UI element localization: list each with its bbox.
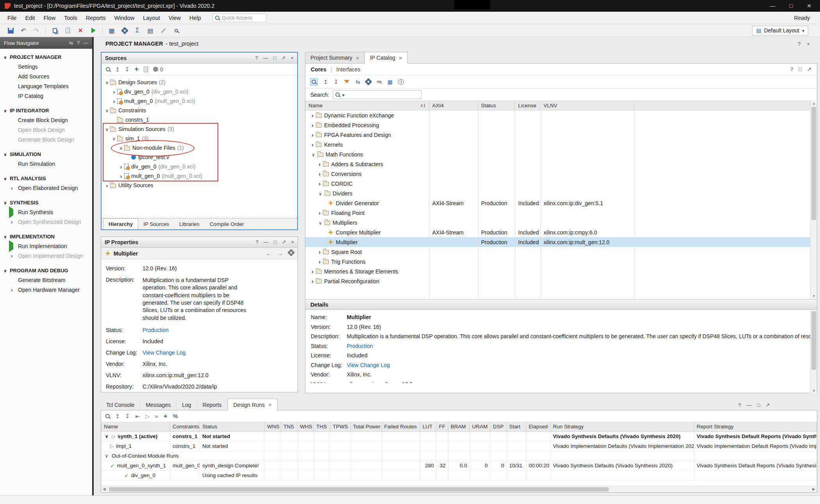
menu-flow[interactable]: Flow	[39, 13, 60, 23]
catalog-row[interactable]: Multipliers	[305, 218, 817, 227]
menu-tools[interactable]: Tools	[60, 13, 82, 23]
catalog-row[interactable]: CORDIC	[305, 179, 817, 188]
help-icon[interactable]: ?	[738, 402, 741, 408]
menu-reports[interactable]: Reports	[82, 13, 110, 23]
launch-runs-icon[interactable]: ▷	[145, 413, 150, 419]
debug-probe-icon[interactable]	[171, 26, 181, 35]
field-value-status[interactable]: Production	[143, 327, 169, 333]
flow-item-run-implementation[interactable]: Run Implementation	[0, 241, 92, 251]
expander-icon[interactable]	[312, 278, 314, 284]
help-icon[interactable]: ?	[255, 239, 258, 245]
run-row-div-gen[interactable]: div_gen_0 Using cached IP results	[102, 470, 817, 480]
flow-item-generate-bitstream[interactable]: Generate Bitstream	[0, 275, 92, 285]
vertical-scrollbar[interactable]: ▲ ▼	[810, 101, 817, 299]
tree-item-ipcore-test-v[interactable]: ipcore_test.v	[102, 153, 297, 162]
catalog-row[interactable]: Trig Functions	[305, 257, 817, 266]
column-name[interactable]: Name∧1	[305, 101, 429, 110]
flow-item-open-implemented-design[interactable]: Open Implemented Design	[0, 251, 92, 261]
column-failed-routes[interactable]: Failed Routes	[382, 422, 420, 431]
flow-item-open-elaborated-design[interactable]: Open Elaborated Design	[0, 183, 92, 193]
tree-item-sim-1[interactable]: sim_1(3)	[102, 134, 297, 143]
tree-item-design-sources[interactable]: Design Sources(2)	[102, 78, 297, 87]
catalog-search-input[interactable]	[333, 90, 422, 99]
reorder-icon[interactable]: ⇆	[355, 79, 360, 85]
toggle-percent-icon[interactable]: %	[173, 413, 178, 419]
subtab-interfaces[interactable]: Interfaces	[336, 66, 360, 73]
column-run-strategy[interactable]: Run Strategy	[551, 422, 694, 431]
tab-libraries[interactable]: Libraries	[174, 218, 205, 229]
tree-item-div-gen[interactable]: div_gen_0(div_gen_0.xci)	[102, 87, 297, 96]
tree-item-simulation-sources[interactable]: Simulation Sources(3)	[102, 124, 297, 134]
section-header-simulation[interactable]: SIMULATION	[0, 150, 92, 159]
expand-all-icon[interactable]: ↧	[125, 413, 130, 419]
view-change-log-link[interactable]: View Change Log	[143, 350, 185, 356]
horizontal-scrollbar[interactable]: ◀ ▶	[101, 486, 817, 492]
edit-pencil-icon[interactable]	[158, 26, 168, 35]
help-icon[interactable]: ?	[790, 66, 793, 72]
subtab-cores[interactable]: Cores	[311, 66, 326, 73]
expander-icon[interactable]	[118, 145, 124, 151]
save-icon[interactable]	[5, 26, 16, 35]
help-icon[interactable]: ?	[798, 41, 800, 47]
flow-item-open-synthesized-design[interactable]: Open Synthesized Design	[0, 217, 92, 227]
expander-icon[interactable]	[111, 135, 117, 142]
run-row-mult-gen-synth[interactable]: mult_gen_0_synth_1 mult_gen_0 synth_desi…	[102, 461, 817, 470]
catalog-row[interactable]: Embedded Processing	[305, 120, 817, 130]
tab-compile-order[interactable]: Compile Order	[205, 218, 249, 229]
column-status[interactable]: Status	[200, 422, 265, 431]
gear-icon[interactable]	[289, 250, 294, 255]
close-panel-icon[interactable]: ×	[291, 55, 294, 61]
section-header-synthesis[interactable]: SYNTHESIS	[0, 198, 92, 207]
flow-item-settings[interactable]: Settings	[0, 62, 92, 71]
collapse-all-icon[interactable]: ↥	[115, 413, 120, 419]
redo-icon[interactable]: ↷	[31, 26, 41, 35]
customize-icon[interactable]	[366, 79, 371, 84]
expander-icon[interactable]	[111, 89, 117, 95]
flow-item-generate-block-design[interactable]: Generate Block Design	[0, 135, 92, 144]
layout-grid-icon[interactable]: ▤	[145, 26, 155, 35]
section-header-program-and-debug[interactable]: PROGRAM AND DEBUG	[0, 266, 92, 275]
flow-item-create-block-design[interactable]: Create Block Design	[0, 115, 92, 125]
menu-view[interactable]: View	[164, 13, 185, 23]
expand-all-icon[interactable]: ↧	[334, 79, 339, 85]
close-tab-icon[interactable]	[268, 401, 272, 408]
help-icon[interactable]: ?	[255, 55, 258, 61]
cancel-icon[interactable]: ×	[75, 26, 86, 35]
expander-icon[interactable]	[319, 209, 321, 216]
expander-icon[interactable]	[312, 112, 314, 119]
details-scrollbar[interactable]: ▼	[810, 310, 817, 394]
swap-icon[interactable]: ⇆	[69, 40, 73, 46]
float-panel-icon[interactable]: ↗	[766, 402, 770, 408]
run-group-out-of-context[interactable]: Out-of-Context Module Runs	[102, 451, 817, 461]
layout-selector[interactable]: ▤ Default Layout	[752, 26, 808, 35]
column-whs[interactable]: WHS	[298, 422, 314, 431]
menu-layout[interactable]: Layout	[139, 13, 164, 23]
undo-icon[interactable]: ↶	[18, 26, 29, 35]
expander-icon[interactable]	[312, 131, 314, 138]
column-status[interactable]: Status	[478, 101, 515, 110]
minimize-button[interactable]: —	[770, 3, 775, 9]
column-constraints[interactable]: Constraints	[170, 422, 200, 431]
add-sources-icon[interactable]: +	[134, 65, 139, 73]
maximize-panel-icon[interactable]: □	[799, 66, 802, 72]
tree-item-sim-mult-gen[interactable]: mult_gen_0(mult_gen_0.xci)	[102, 171, 297, 181]
float-panel-icon[interactable]: ↗	[282, 239, 286, 245]
expander-icon[interactable]	[104, 79, 110, 85]
maximize-panel-icon[interactable]: □	[273, 55, 276, 61]
catalog-row[interactable]: Floating Point	[305, 208, 817, 218]
tree-item-mult-gen[interactable]: mult_gen_0(mult_gen_0.xci)	[102, 96, 297, 106]
skip-ahead-icon[interactable]: »	[155, 413, 158, 419]
expander-icon[interactable]	[312, 151, 315, 158]
minimize-panel-icon[interactable]: —	[84, 40, 88, 46]
copy-icon[interactable]	[50, 26, 60, 35]
column-ths[interactable]: THS	[314, 422, 330, 431]
close-icon[interactable]: ×	[807, 41, 810, 47]
tab-reports[interactable]: Reports	[197, 399, 228, 410]
catalog-row[interactable]: Kernels	[305, 140, 817, 149]
menu-file[interactable]: File	[3, 13, 21, 23]
sources-panel-header[interactable]: Sources ? — □ ↗ ×	[102, 53, 297, 64]
column-tns[interactable]: TNS	[281, 422, 298, 431]
catalog-row[interactable]: FPGA Features and Design	[305, 130, 817, 140]
tab-messages[interactable]: Messages	[140, 399, 176, 410]
expander-icon[interactable]	[319, 161, 321, 167]
